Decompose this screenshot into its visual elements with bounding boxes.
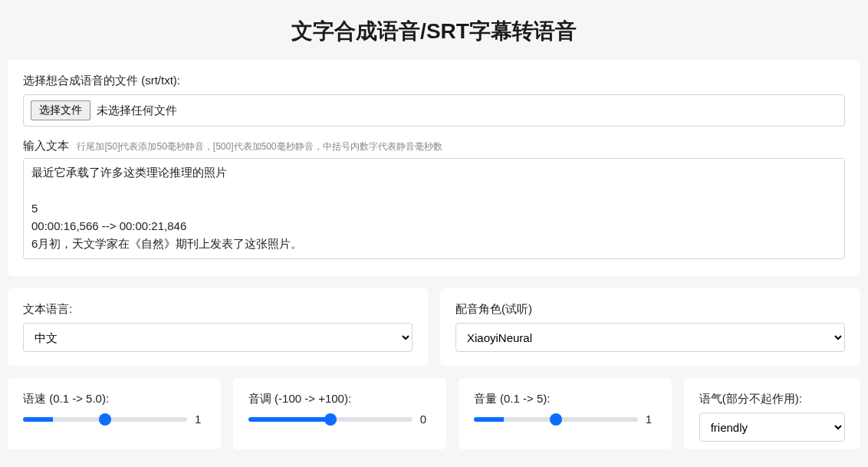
volume-slider[interactable] xyxy=(474,417,638,422)
language-label: 文本语言: xyxy=(23,302,413,317)
pitch-panel: 音调 (-100 -> +100): 0 xyxy=(233,378,446,449)
language-select[interactable]: 中文 xyxy=(23,323,413,352)
language-panel: 文本语言: 中文 xyxy=(8,288,428,366)
pitch-slider[interactable] xyxy=(248,417,413,422)
file-picker-status: 未选择任何文件 xyxy=(97,104,177,118)
tone-panel: 语气(部分不起作用): friendly xyxy=(684,378,860,449)
page-title: 文字合成语音/SRT字幕转语音 xyxy=(0,0,868,60)
textarea-hint: 行尾加[50]代表添加50毫秒静音，[500]代表加500毫秒静音，中括号内数字… xyxy=(77,141,442,152)
voice-label: 配音角色(试听) xyxy=(455,302,845,317)
file-text-panel: 选择想合成语音的文件 (srt/txt): 选择文件 未选择任何文件 输入文本 … xyxy=(8,60,860,276)
pitch-label: 音调 (-100 -> +100): xyxy=(248,392,431,406)
file-picker-label: 选择想合成语音的文件 (srt/txt): xyxy=(23,74,845,88)
speed-value: 1 xyxy=(195,413,205,426)
tone-label: 语气(部分不起作用): xyxy=(699,392,845,406)
volume-label: 音量 (0.1 -> 5): xyxy=(474,392,656,406)
speed-label: 语速 (0.1 -> 5.0): xyxy=(23,392,205,406)
choose-file-button[interactable]: 选择文件 xyxy=(31,100,90,120)
text-input[interactable] xyxy=(23,158,845,259)
textarea-label: 输入文本 xyxy=(23,139,69,153)
speed-slider[interactable] xyxy=(23,417,187,422)
pitch-value: 0 xyxy=(420,413,431,426)
textarea-label-row: 输入文本 行尾加[50]代表添加50毫秒静音，[500]代表加500毫秒静音，中… xyxy=(23,139,845,158)
file-picker-row: 选择文件 未选择任何文件 xyxy=(23,94,845,127)
speed-panel: 语速 (0.1 -> 5.0): 1 xyxy=(8,378,221,449)
voice-panel: 配音角色(试听) XiaoyiNeural xyxy=(440,288,860,366)
voice-select[interactable]: XiaoyiNeural xyxy=(455,323,845,352)
tone-select[interactable]: friendly xyxy=(699,413,845,442)
volume-panel: 音量 (0.1 -> 5): 1 xyxy=(459,378,672,449)
volume-value: 1 xyxy=(646,413,656,426)
